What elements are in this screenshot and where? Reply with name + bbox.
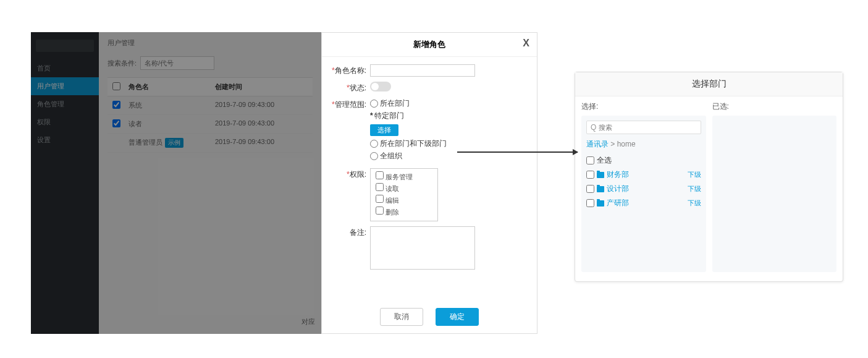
row-name: 系统 (124, 96, 210, 114)
row-time: 2019-7-09 09:43:00 (210, 115, 313, 133)
folder-icon (597, 172, 604, 178)
perm-1[interactable]: 服务管理 (376, 171, 432, 182)
dept-right-column: 已选: (712, 101, 837, 272)
page-title: 用户管理 (107, 38, 313, 48)
scope-opt2-label: 特定部门 (374, 111, 404, 120)
main-area: 用户管理 搜索条件: 角色名 创建时间 系统 2019-7-09 09:43:0… (99, 32, 321, 334)
dept-check[interactable] (586, 199, 594, 207)
row-name: 普通管理员示例 (124, 134, 210, 152)
breadcrumb: 通讯录 > home (586, 139, 701, 150)
th-name: 角色名 (124, 78, 210, 96)
select-dept-panel: 选择部门 选择: Q 通讯录 > home 全选 财务部 下级 (575, 72, 843, 282)
modal-body: *角色名称: *状态: *管理范围: 所在部门 *特定部门 选择 所在部门和下级… (322, 57, 537, 281)
cancel-button[interactable]: 取消 (380, 308, 423, 326)
dept-drill[interactable]: 下级 (688, 184, 701, 194)
dept-drill[interactable]: 下级 (688, 198, 701, 208)
arrow-icon (457, 151, 578, 153)
dept-search-input[interactable] (599, 124, 696, 131)
badge: 示例 (165, 138, 183, 148)
label-scope: 管理范围: (335, 100, 366, 109)
dept-item[interactable]: 产研部 下级 (586, 196, 701, 210)
table-row[interactable]: 读者 2019-7-09 09:43:00 (107, 115, 313, 134)
select-all-check[interactable] (586, 156, 594, 164)
status-toggle[interactable] (370, 82, 391, 92)
perm-4[interactable]: 删除 (376, 207, 432, 217)
select-dept-button[interactable]: 选择 (370, 124, 398, 136)
scope-opt1[interactable]: 所在部门 (370, 98, 527, 109)
dept-left-column: 选择: Q 通讯录 > home 全选 财务部 下级 设计部 (581, 101, 706, 272)
perm-2[interactable]: 读取 (376, 183, 432, 194)
sidebar-item-0[interactable]: 首页 (31, 59, 99, 77)
modal-header: 新增角色 X (322, 33, 537, 57)
close-icon[interactable]: X (523, 38, 529, 49)
sidebar-item-3[interactable]: 权限 (31, 113, 99, 131)
dept-item[interactable]: 设计部 下级 (586, 182, 701, 196)
perm-3[interactable]: 编辑 (376, 195, 432, 205)
row-time: 2019-7-09 09:43:00 (210, 134, 313, 152)
admin-panel: 首页 用户管理 角色管理 权限 设置 用户管理 搜索条件: 角色名 创建时间 系… (31, 32, 321, 334)
bottom-label: 对应 (301, 317, 315, 326)
th-time: 创建时间 (210, 78, 313, 96)
check-all[interactable] (112, 82, 120, 90)
modal-footer: 取消 确定 (322, 308, 537, 326)
row-check[interactable] (112, 101, 120, 109)
crumb-root[interactable]: 通讯录 (586, 140, 609, 148)
selected-box (712, 116, 837, 272)
confirm-button[interactable]: 确定 (436, 308, 479, 326)
folder-icon (597, 186, 604, 192)
search-icon: Q (591, 123, 596, 132)
dept-check[interactable] (586, 185, 594, 193)
scope-opt3[interactable]: 所在部门和下级部门 (370, 139, 527, 149)
sidebar-item-2[interactable]: 角色管理 (31, 95, 99, 113)
table-row[interactable]: 普通管理员示例 2019-7-09 09:43:00 (107, 134, 313, 153)
filter-input[interactable] (140, 56, 214, 70)
table-row[interactable]: 系统 2019-7-09 09:43:00 (107, 96, 313, 115)
row-name: 读者 (124, 115, 210, 133)
sidebar: 首页 用户管理 角色管理 权限 设置 (31, 32, 99, 334)
dept-drill[interactable]: 下级 (688, 170, 701, 179)
dept-search[interactable]: Q (586, 121, 701, 134)
label-perm: 权限: (350, 170, 366, 179)
sidebar-item-1[interactable]: 用户管理 (31, 77, 99, 95)
permission-box: 服务管理 读取 编辑 删除 (370, 168, 438, 221)
filter-label: 搜索条件: (107, 59, 137, 68)
folder-icon (597, 200, 604, 207)
dept-title: 选择部门 (575, 72, 843, 96)
filter-row: 搜索条件: (107, 56, 313, 70)
dept-check[interactable] (586, 171, 594, 179)
remark-textarea[interactable] (370, 226, 475, 270)
logo (36, 40, 94, 52)
label-status: 状态: (350, 83, 366, 92)
table-header: 角色名 创建时间 (107, 78, 313, 96)
modal-title: 新增角色 (413, 40, 445, 49)
label-remark: 备注: (350, 228, 366, 237)
label-name: 角色名称: (335, 66, 366, 75)
row-time: 2019-7-09 09:43:00 (210, 96, 313, 114)
dept-left-label: 选择: (581, 101, 706, 112)
dept-right-label: 已选: (712, 101, 837, 112)
role-name-input[interactable] (370, 64, 475, 77)
admin-container: 首页 用户管理 角色管理 权限 设置 用户管理 搜索条件: 角色名 创建时间 系… (31, 32, 537, 334)
role-table: 角色名 创建时间 系统 2019-7-09 09:43:00 读者 2019-7… (107, 77, 313, 153)
add-role-modal: 新增角色 X *角色名称: *状态: *管理范围: 所在部门 *特定部门 选择 … (321, 32, 537, 334)
select-all-row[interactable]: 全选 (586, 153, 701, 168)
dept-item[interactable]: 财务部 下级 (586, 168, 701, 182)
sidebar-item-4[interactable]: 设置 (31, 131, 99, 149)
row-check[interactable] (112, 119, 120, 127)
